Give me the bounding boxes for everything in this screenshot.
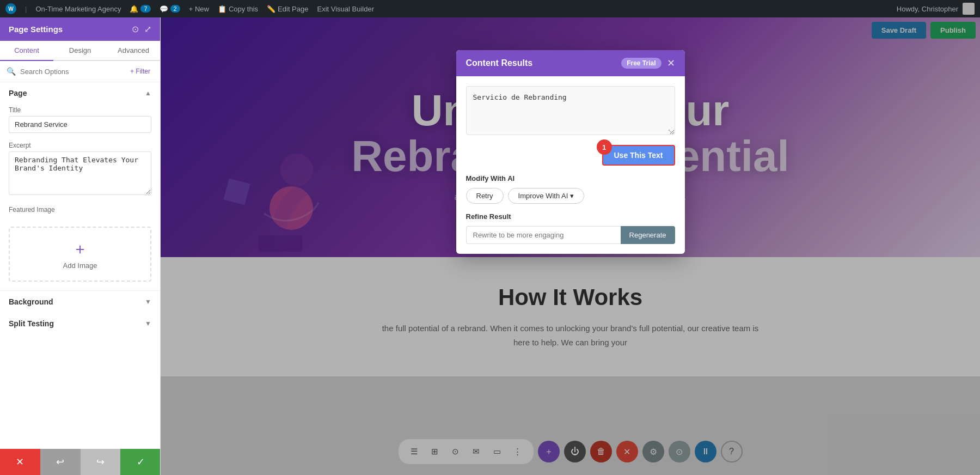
content-result-textarea[interactable]: Servicio de Rebranding: [466, 86, 675, 135]
split-testing-section[interactable]: Split Testing ▼: [0, 313, 160, 334]
modal-header-right: Free Trial ✕: [621, 58, 675, 69]
regenerate-button[interactable]: Regenerate: [621, 226, 675, 244]
wp-logo-item[interactable]: W: [5, 3, 16, 14]
chevron-down-icon-3: ▾: [570, 192, 574, 200]
background-title: Background: [9, 297, 53, 306]
modify-ai-title: Modify With AI: [466, 174, 675, 182]
refine-input[interactable]: [466, 226, 621, 244]
chevron-up-icon: ▲: [145, 89, 151, 97]
settings-icon[interactable]: ⊙: [132, 24, 139, 34]
howdy-text: Howdy, Christopher: [897, 5, 958, 13]
title-input[interactable]: [9, 116, 151, 133]
content-results-modal: Content Results Free Trial ✕ Servicio de…: [456, 50, 685, 254]
tab-advanced[interactable]: Advanced: [107, 41, 160, 60]
edit-page-item[interactable]: ✏️ Edit Page: [267, 5, 308, 13]
new-page-item[interactable]: + New: [189, 5, 209, 13]
main-layout: Page Settings ⊙ ⤢ Content Design Advance…: [0, 0, 980, 475]
retry-button[interactable]: Retry: [466, 188, 504, 204]
improve-ai-button[interactable]: Improve With AI ▾: [508, 188, 585, 204]
page-section-header[interactable]: Page ▲: [0, 82, 160, 104]
chevron-down-icon: ▼: [145, 298, 151, 306]
bar-divider: |: [25, 5, 27, 13]
comment-count: 2: [170, 5, 180, 13]
add-image-area: ＋ Add Image: [0, 222, 160, 290]
site-name: On-Time Marketing Agency: [35, 5, 121, 13]
notifications-icon: 🔔: [130, 5, 138, 13]
new-page-label: + New: [189, 5, 209, 13]
page-section-title: Page: [9, 89, 27, 98]
modal-close-button[interactable]: ✕: [667, 58, 675, 68]
chevron-down-icon-2: ▼: [145, 320, 151, 327]
modal-body: Servicio de Rebranding ⤡ 1 Use This Text…: [456, 76, 685, 254]
use-this-text-button[interactable]: Use This Text: [602, 145, 675, 166]
sidebar-bottom-actions: ✕ ↩ ↪ ✓: [0, 449, 161, 475]
add-image-label: Add Image: [63, 261, 97, 270]
resize-handle-icon: ⤡: [667, 127, 673, 135]
wp-bar-right: Howdy, Christopher: [897, 3, 975, 15]
search-row: 🔍 + Filter: [0, 61, 160, 82]
copy-this-label: Copy this: [229, 5, 258, 13]
site-name-item[interactable]: On-Time Marketing Agency: [35, 5, 121, 13]
free-trial-badge[interactable]: Free Trial: [621, 58, 661, 69]
step-badge: 1: [597, 139, 612, 155]
redo-button[interactable]: ↪: [81, 449, 121, 475]
avatar: [963, 3, 975, 15]
undo-button[interactable]: ↩: [40, 449, 81, 475]
sidebar-header: Page Settings ⊙ ⤢: [0, 17, 160, 41]
comments-item[interactable]: 💬 2: [160, 5, 180, 13]
search-icon: 🔍: [7, 67, 16, 76]
copy-icon: 📋: [218, 5, 226, 13]
howdy-item[interactable]: Howdy, Christopher: [897, 3, 975, 15]
sidebar-header-icons: ⊙ ⤢: [132, 24, 151, 34]
background-section[interactable]: Background ▼: [0, 291, 160, 313]
wp-admin-bar: W | On-Time Marketing Agency 🔔 7 💬 2 + N…: [0, 0, 980, 17]
tab-content[interactable]: Content: [0, 41, 53, 61]
refine-section: Refine Result Regenerate: [466, 212, 675, 244]
filter-button[interactable]: + Filter: [127, 66, 154, 76]
notifications-item[interactable]: 🔔 7: [130, 5, 150, 13]
plus-icon: ＋: [72, 239, 88, 259]
add-image-button[interactable]: ＋ Add Image: [9, 227, 151, 282]
left-sidebar: Page Settings ⊙ ⤢ Content Design Advance…: [0, 17, 161, 475]
use-text-button-wrap: 1 Use This Text: [602, 145, 675, 166]
title-label: Title: [9, 106, 151, 114]
featured-image-field: Featured Image: [0, 204, 160, 222]
refine-input-row: Regenerate: [466, 226, 675, 244]
pencil-icon: ✏️: [267, 5, 275, 13]
copy-this-item[interactable]: 📋 Copy this: [218, 5, 258, 13]
search-input[interactable]: [20, 68, 122, 76]
tab-design[interactable]: Design: [53, 41, 107, 60]
title-field: Title: [0, 104, 160, 139]
sidebar-tabs: Content Design Advanced: [0, 41, 160, 61]
excerpt-textarea[interactable]: Rebranding That Elevates Your Brand's Id…: [9, 151, 151, 195]
wp-logo-icon: W: [5, 3, 16, 14]
modal-title: Content Results: [466, 58, 533, 68]
exit-builder-item[interactable]: Exit Visual Builder: [317, 5, 374, 13]
comment-icon: 💬: [160, 5, 168, 13]
modify-actions: Retry Improve With AI ▾: [466, 188, 675, 204]
page-section: Page ▲ Title Excerpt Rebranding That Ele…: [0, 82, 160, 291]
notification-count: 7: [140, 5, 150, 13]
split-testing-title: Split Testing: [9, 319, 54, 328]
confirm-button[interactable]: ✓: [120, 449, 161, 475]
modal-header: Content Results Free Trial ✕: [456, 50, 685, 76]
edit-page-label: Edit Page: [278, 5, 308, 13]
exit-builder-label: Exit Visual Builder: [317, 5, 374, 13]
cancel-button[interactable]: ✕: [0, 449, 40, 475]
sidebar-title: Page Settings: [9, 25, 63, 34]
refine-title: Refine Result: [466, 212, 675, 221]
modal-overlay: Content Results Free Trial ✕ Servicio de…: [161, 17, 980, 475]
featured-image-label: Featured Image: [9, 206, 151, 214]
use-text-area: 1 Use This Text: [466, 145, 675, 166]
canvas-area: Save Draft Publish SERVICE: COMPANY REBR…: [161, 17, 980, 475]
excerpt-field: Excerpt Rebranding That Elevates Your Br…: [0, 139, 160, 204]
modal-textarea-wrap: Servicio de Rebranding ⤡: [466, 86, 675, 137]
excerpt-label: Excerpt: [9, 142, 151, 149]
expand-icon[interactable]: ⤢: [144, 24, 151, 34]
